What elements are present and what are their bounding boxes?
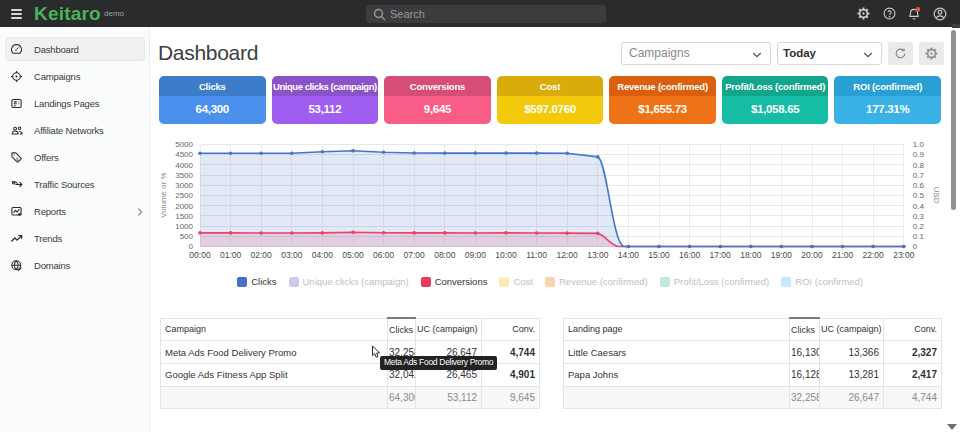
svg-text:11:00: 11:00 <box>526 250 547 260</box>
svg-text:1500: 1500 <box>175 212 193 221</box>
svg-text:23:00: 23:00 <box>893 250 915 260</box>
svg-text:13:00: 13:00 <box>587 250 609 260</box>
svg-text:USD: USD <box>932 187 941 204</box>
svg-text:21:00: 21:00 <box>832 250 854 260</box>
svg-text:4500: 4500 <box>175 150 193 159</box>
svg-text:3500: 3500 <box>175 171 193 180</box>
svg-text:07:00: 07:00 <box>404 250 426 260</box>
svg-text:500: 500 <box>180 232 194 241</box>
svg-text:2500: 2500 <box>175 191 193 200</box>
svg-text:12:00: 12:00 <box>557 250 579 260</box>
svg-text:20:00: 20:00 <box>801 250 823 260</box>
svg-text:0.4: 0.4 <box>913 202 925 211</box>
svg-text:0.9: 0.9 <box>913 150 925 159</box>
svg-text:09:00: 09:00 <box>465 250 487 260</box>
svg-text:17:00: 17:00 <box>710 250 732 260</box>
svg-text:15:00: 15:00 <box>648 250 670 260</box>
svg-text:22:00: 22:00 <box>863 250 885 260</box>
svg-text:2000: 2000 <box>175 202 193 211</box>
svg-text:03:00: 03:00 <box>281 250 303 260</box>
svg-text:16:00: 16:00 <box>679 250 701 260</box>
svg-text:4000: 4000 <box>175 161 193 170</box>
svg-text:0.2: 0.2 <box>913 222 925 231</box>
svg-text:0.7: 0.7 <box>913 171 925 180</box>
svg-text:04:00: 04:00 <box>312 250 334 260</box>
svg-text:19:00: 19:00 <box>771 250 793 260</box>
svg-text:00:00: 00:00 <box>189 250 211 260</box>
svg-text:01:00: 01:00 <box>220 250 242 260</box>
svg-text:3000: 3000 <box>175 181 193 190</box>
svg-text:05:00: 05:00 <box>342 250 364 260</box>
svg-text:1.0: 1.0 <box>913 140 925 149</box>
svg-text:5000: 5000 <box>175 140 193 149</box>
svg-text:Volume or %: Volume or % <box>159 172 168 217</box>
svg-text:0.8: 0.8 <box>913 161 925 170</box>
svg-text:08:00: 08:00 <box>434 250 456 260</box>
svg-text:10:00: 10:00 <box>495 250 517 260</box>
svg-text:1000: 1000 <box>175 222 193 231</box>
svg-text:0.1: 0.1 <box>913 232 925 241</box>
svg-text:0.6: 0.6 <box>913 181 925 190</box>
svg-text:06:00: 06:00 <box>373 250 395 260</box>
svg-text:14:00: 14:00 <box>618 250 640 260</box>
svg-text:02:00: 02:00 <box>251 250 273 260</box>
svg-text:18:00: 18:00 <box>740 250 762 260</box>
svg-text:0.5: 0.5 <box>913 191 925 200</box>
svg-text:0.3: 0.3 <box>913 212 925 221</box>
